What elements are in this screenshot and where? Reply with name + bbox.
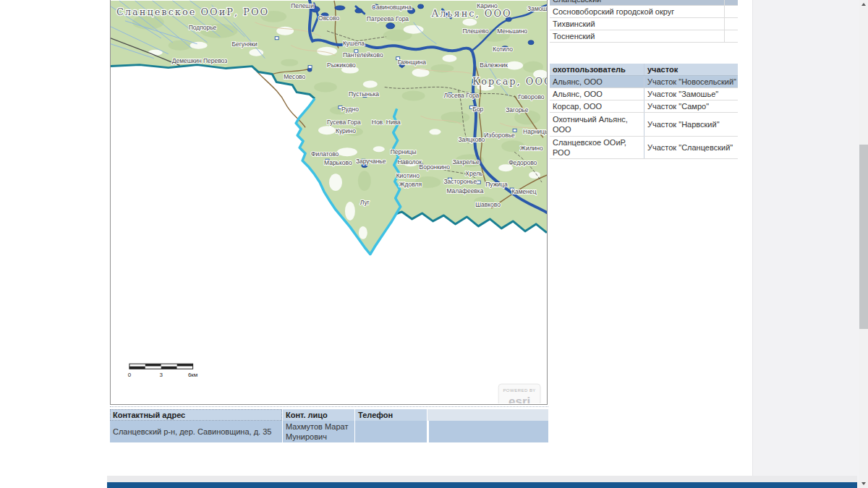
contact-column-header: Контактный адрес bbox=[110, 409, 282, 421]
district-list-item[interactable]: Сланцевский bbox=[550, 0, 738, 6]
hunting-area-cell: Участок "Сланцевский" bbox=[644, 137, 738, 158]
contact-address-cell: Сланцевский р-н, дер. Савиновщина, д. 35 bbox=[110, 421, 282, 442]
hunting-table-body: Альянс, ОООУчасток "Новосельский"Альянс,… bbox=[550, 76, 738, 159]
map-place-label: Каменец bbox=[511, 188, 537, 195]
footer-bar bbox=[107, 482, 857, 488]
map-place-label: Перницы bbox=[391, 148, 417, 155]
contact-column-header: Телефон bbox=[354, 409, 427, 421]
scrollbar-thumb[interactable] bbox=[859, 145, 868, 329]
map-place-label: Киотино bbox=[396, 172, 420, 179]
map-place-label: Бегуняки bbox=[231, 40, 258, 48]
map-place-label: Марьково bbox=[324, 159, 352, 166]
footer-divider bbox=[107, 476, 857, 482]
contact-table: Контактный адресКонт. лицоТелефон Сланце… bbox=[110, 406, 548, 442]
hunting-users-table: охотпользователь участок Альянс, ОООУчас… bbox=[550, 64, 738, 159]
map-place-label: Наволок bbox=[398, 158, 422, 166]
map-place-label: Патреева Гора bbox=[367, 15, 409, 22]
map-place-label: Изборовье bbox=[484, 132, 515, 139]
map-place-label: Лосева Гора bbox=[443, 92, 479, 99]
contact-column-header bbox=[427, 409, 548, 421]
hunting-area-cell: Участок "Нарвский" bbox=[644, 113, 738, 136]
map-place-label: Плешево bbox=[462, 27, 489, 35]
map-place-label: Рыжиково bbox=[327, 61, 356, 69]
scale-label-mid: 3 bbox=[160, 372, 163, 378]
hunting-user-cell: Альянс, ООО bbox=[550, 88, 644, 100]
district-extra-cell bbox=[724, 18, 738, 30]
map-place-label: Котило bbox=[493, 46, 513, 53]
map-place-label: Пужица bbox=[485, 181, 508, 188]
map-place-label: Загорье bbox=[506, 106, 529, 114]
map-viewport[interactable]: ПелешиОвсовоСавиновщинаПатреева ГораКари… bbox=[110, 0, 548, 405]
map-place-label: Замошье bbox=[527, 5, 547, 12]
contact-empty-cell bbox=[427, 421, 548, 442]
esri-watermark: POWERED BY esri bbox=[498, 384, 540, 403]
map-place-label: Ждовля bbox=[399, 181, 422, 188]
scale-label-end: 6км bbox=[188, 372, 197, 378]
watermark-text: POWERED BY bbox=[503, 388, 535, 393]
scrollbar-down-button[interactable] bbox=[859, 479, 868, 488]
district-name: Тосненский bbox=[550, 30, 724, 42]
contact-phone-cell bbox=[354, 421, 427, 442]
hunting-table-row[interactable]: Альянс, ОООУчасток "Новосельский" bbox=[550, 76, 738, 88]
background-panel bbox=[752, 0, 860, 488]
contact-row[interactable]: Сланцевский р-н, дер. Савиновщина, д. 35… bbox=[110, 421, 548, 442]
hunting-user-cell: Сланцевское ООиР, РОО bbox=[550, 137, 644, 158]
map-place-label: Нов. Нива bbox=[372, 119, 401, 126]
district-extra-cell bbox=[724, 0, 738, 5]
column-header-area: участок bbox=[644, 64, 738, 75]
scrollbar-up-button[interactable] bbox=[859, 0, 868, 9]
map-place-label: Нарницы bbox=[523, 128, 547, 135]
map-place-label: Захрелье bbox=[452, 158, 480, 166]
map-place-label: Малафеевка bbox=[446, 187, 483, 194]
district-list-item[interactable]: Сосновоборский городской округ bbox=[550, 6, 738, 18]
map-place-label: Подпорье bbox=[189, 24, 217, 31]
map-area-label: Корсар, ООО bbox=[472, 76, 547, 87]
topo-map[interactable]: ПелешиОвсовоСавиновщинаПатреева ГораКари… bbox=[111, 0, 547, 403]
up-arrow-icon bbox=[861, 3, 866, 6]
map-place-label: Пустынька bbox=[349, 90, 379, 98]
map-place-label: Бор bbox=[472, 106, 483, 113]
page-root: ПелешиОвсовоСавиновщинаПатреева ГораКари… bbox=[0, 0, 868, 488]
hunting-user-cell: Охотничьий Альянс, ООО bbox=[550, 113, 644, 136]
district-extra-cell bbox=[724, 6, 738, 17]
district-list: СланцевскийСосновоборский городской окру… bbox=[550, 0, 738, 43]
contact-person-cell: Махмутов Марат Мунирович bbox=[282, 421, 354, 442]
map-place-label: Курино bbox=[336, 127, 356, 134]
hunting-table-row[interactable]: Охотничьий Альянс, ОООУчасток "Нарвский" bbox=[550, 113, 738, 137]
hunting-table-row[interactable]: Сланцевское ООиР, РООУчасток "Сланцевски… bbox=[550, 137, 738, 159]
hunting-table-row[interactable]: Альянс, ОООУчасток "Замошье" bbox=[550, 88, 738, 100]
map-place-label: Федорово bbox=[509, 159, 537, 166]
map-place-label: Савиновщина bbox=[372, 4, 412, 11]
map-place-label: Заяцково bbox=[458, 136, 485, 143]
map-place-label: Кушела bbox=[343, 40, 365, 47]
hunting-user-cell: Корсар, ООО bbox=[550, 100, 644, 112]
hunting-area-cell: Участок "Новосельский" bbox=[644, 76, 738, 87]
map-place-label: Хрель bbox=[465, 170, 483, 177]
map-place-label: Овсово bbox=[318, 14, 339, 22]
district-extra-cell bbox=[724, 30, 738, 42]
hunting-user-cell: Альянс, ООО bbox=[550, 76, 644, 87]
map-place-label: Заручанье bbox=[356, 158, 386, 165]
district-list-item[interactable]: Тосненский bbox=[550, 30, 738, 43]
map-place-label: Рудно bbox=[341, 106, 359, 113]
map-place-label: Демешкин Перевоз bbox=[172, 57, 227, 64]
map-place-label: Засторонье bbox=[443, 178, 477, 185]
map-place-label: Гаянщина bbox=[398, 59, 426, 66]
district-name: Сланцевский bbox=[550, 0, 724, 5]
column-header-user: охотпользователь bbox=[550, 64, 644, 75]
map-place-label: Воронкино bbox=[420, 163, 451, 171]
map-place-label: Месово bbox=[284, 73, 305, 80]
esri-logo-text: esri bbox=[509, 395, 530, 403]
hunting-table-row[interactable]: Корсар, ОООУчасток "Самро" bbox=[550, 100, 738, 113]
hunting-area-cell: Участок "Самро" bbox=[644, 100, 738, 112]
vertical-scrollbar[interactable] bbox=[859, 0, 868, 488]
map-place-label: Луг bbox=[360, 199, 370, 206]
district-list-item[interactable]: Тихвинский bbox=[550, 18, 738, 30]
district-name: Тихвинский bbox=[550, 18, 724, 30]
map-place-label: Валежник bbox=[480, 61, 508, 69]
map-place-label: Шавково bbox=[475, 201, 501, 208]
map-place-label: Меньшино bbox=[497, 27, 527, 35]
map-place-label: Говорово bbox=[518, 93, 545, 100]
hunting-table-header: охотпользователь участок bbox=[550, 64, 738, 76]
map-area-label: Сланцевское ООиР, РОО bbox=[116, 7, 269, 17]
